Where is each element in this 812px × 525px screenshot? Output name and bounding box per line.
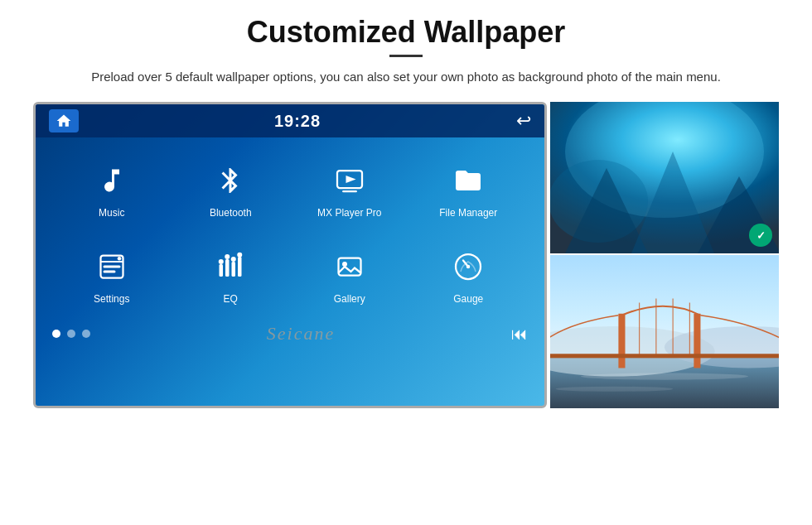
app-grid-row1: Music Bluetooth bbox=[36, 146, 544, 232]
page-title: Customized Wallpaper bbox=[247, 15, 566, 50]
notification-badge: ✓ bbox=[749, 224, 772, 247]
topbar: 19:28 ↩ bbox=[36, 104, 544, 137]
dots-indicator bbox=[52, 330, 90, 338]
bluetooth-label: Bluetooth bbox=[210, 207, 252, 219]
gauge-label: Gauge bbox=[453, 293, 483, 305]
app-grid-row2: Settings bbox=[36, 232, 544, 318]
dot-3 bbox=[82, 330, 90, 338]
mxplayer-label: MX Player Pro bbox=[317, 207, 381, 219]
music-label: Music bbox=[99, 207, 124, 219]
svg-rect-30 bbox=[694, 314, 700, 368]
settings-label: Settings bbox=[94, 293, 129, 305]
thumbnail-ice-cave[interactable]: ✓ bbox=[550, 102, 779, 255]
svg-rect-5 bbox=[103, 266, 120, 268]
svg-rect-8 bbox=[220, 264, 224, 277]
thumbnail-golden-gate[interactable] bbox=[550, 255, 779, 408]
filemanager-label: File Manager bbox=[439, 207, 497, 219]
skip-back-button[interactable]: ⏮ bbox=[511, 325, 528, 344]
page-container: Customized Wallpaper Preload over 5 defa… bbox=[0, 0, 812, 525]
eq-label: EQ bbox=[224, 293, 238, 305]
app-music[interactable]: Music bbox=[52, 152, 172, 225]
svg-point-15 bbox=[238, 253, 243, 258]
app-eq[interactable]: EQ bbox=[172, 238, 291, 311]
title-divider bbox=[389, 55, 423, 57]
home-icon bbox=[56, 113, 72, 129]
svg-rect-35 bbox=[550, 354, 779, 358]
svg-point-36 bbox=[581, 373, 748, 380]
page-description: Preload over 5 default wallpaper options… bbox=[91, 67, 721, 87]
svg-marker-1 bbox=[346, 176, 355, 183]
svg-rect-11 bbox=[238, 257, 242, 277]
eq-icon bbox=[209, 245, 252, 288]
svg-point-37 bbox=[556, 387, 674, 392]
screen-bottom: Seicane ⏮ bbox=[36, 318, 544, 349]
filemanager-icon bbox=[447, 159, 490, 202]
bluetooth-icon bbox=[209, 159, 252, 202]
dot-2 bbox=[67, 330, 75, 338]
svg-rect-29 bbox=[618, 314, 625, 368]
back-icon[interactable]: ↩ bbox=[516, 110, 531, 132]
thumbnails-column: ✓ bbox=[550, 102, 779, 408]
svg-rect-2 bbox=[342, 190, 357, 192]
app-bluetooth[interactable]: Bluetooth bbox=[172, 152, 291, 225]
gallery-icon bbox=[328, 245, 371, 288]
svg-rect-9 bbox=[225, 259, 230, 277]
svg-point-14 bbox=[231, 257, 236, 262]
time-display: 19:28 bbox=[274, 112, 321, 131]
svg-rect-6 bbox=[103, 271, 115, 273]
gauge-icon bbox=[447, 245, 490, 288]
car-screen: 19:28 ↩ Music bbox=[33, 102, 547, 408]
screen-body: Music Bluetooth bbox=[36, 137, 544, 349]
svg-rect-16 bbox=[338, 258, 360, 276]
app-settings[interactable]: Settings bbox=[52, 238, 172, 311]
svg-rect-10 bbox=[232, 262, 236, 277]
app-gauge[interactable]: Gauge bbox=[409, 238, 529, 311]
app-gallery[interactable]: Gallery bbox=[290, 238, 409, 311]
svg-point-7 bbox=[118, 257, 122, 261]
svg-point-12 bbox=[219, 259, 224, 264]
app-filemanager[interactable]: File Manager bbox=[409, 152, 529, 225]
music-icon bbox=[90, 159, 133, 202]
gallery-label: Gallery bbox=[334, 293, 365, 305]
golden-gate-image bbox=[550, 255, 779, 408]
settings-icon bbox=[90, 245, 133, 288]
ice-cave-image bbox=[550, 102, 779, 253]
seicane-watermark: Seicane bbox=[267, 323, 335, 344]
mxplayer-icon bbox=[328, 159, 371, 202]
dot-1 bbox=[52, 330, 60, 338]
svg-point-13 bbox=[225, 254, 230, 259]
svg-point-18 bbox=[466, 265, 471, 269]
home-button[interactable] bbox=[49, 109, 79, 132]
app-mxplayer[interactable]: MX Player Pro bbox=[290, 152, 409, 225]
content-area: 19:28 ↩ Music bbox=[33, 102, 779, 408]
